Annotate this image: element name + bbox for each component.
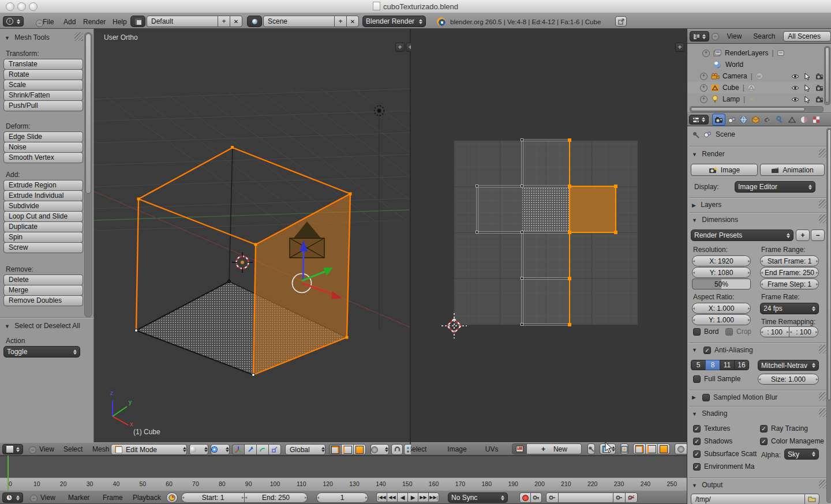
delete-scene-button[interactable]: ✕ — [346, 16, 359, 27]
play-reverse-button[interactable]: ◀ — [397, 492, 408, 502]
aa-filter-select[interactable]: Mitchell-Netrav — [758, 360, 819, 371]
tab-constraints[interactable] — [762, 114, 774, 125]
scene-name-field[interactable]: Scene — [263, 16, 335, 27]
noise-button[interactable]: Noise — [3, 142, 83, 153]
tool-shelf-scrollbar-thumb[interactable] — [85, 33, 91, 194]
menu-file[interactable]: File — [37, 18, 59, 26]
tool-shelf-scrollbar[interactable] — [84, 32, 92, 317]
scale-button[interactable]: Scale — [3, 80, 83, 91]
panel-collapse-icon[interactable]: ▼ — [5, 35, 10, 41]
render-panel-collapse-icon[interactable]: ▼ — [692, 152, 697, 157]
render-animation-button[interactable]: Animation — [760, 164, 825, 176]
delete-keyframe-button[interactable] — [625, 492, 638, 503]
output-path-field[interactable]: /tmp/ — [691, 494, 805, 504]
editor-type-timeline-button[interactable] — [2, 492, 23, 503]
shading-panel-collapse-icon[interactable]: ▼ — [692, 411, 697, 417]
visibility-eye-icon[interactable] — [791, 85, 799, 91]
mode-select[interactable]: Edit Mode — [111, 444, 187, 455]
action-select[interactable]: Toggle — [3, 346, 80, 358]
outliner-vscrollbar[interactable] — [824, 46, 830, 105]
motion-blur-checkbox[interactable]: ✓ — [702, 394, 710, 401]
outliner-menu-view[interactable]: View — [721, 32, 748, 40]
selectability-cursor-icon[interactable] — [804, 84, 810, 92]
tab-modifiers[interactable] — [774, 114, 786, 125]
edge-select-mode-button[interactable] — [341, 444, 354, 455]
remove-preset-button[interactable]: − — [811, 230, 825, 241]
uv-menu-select[interactable]: Select — [411, 445, 432, 453]
screen-layout-name-field[interactable]: Default — [147, 16, 218, 27]
layers-panel-collapse-icon[interactable]: ▶ — [692, 202, 696, 208]
play-button[interactable]: ▶ — [407, 492, 418, 502]
uv-proportional-edit-select[interactable] — [675, 443, 687, 454]
viewport-menu-view[interactable]: View — [33, 445, 60, 453]
editor-type-outliner-button[interactable] — [690, 31, 709, 42]
subdivide-button[interactable]: Subdivide — [3, 201, 83, 212]
tab-texture[interactable] — [810, 114, 822, 125]
outliner-menu-search[interactable]: Search — [747, 32, 781, 40]
add-preset-button[interactable]: + — [796, 230, 810, 241]
end-frame-field[interactable]: ◂End: 250▸ — [244, 492, 308, 503]
uv-vertex-select-button[interactable] — [633, 443, 646, 454]
aa-samples-11-button[interactable]: 11 — [720, 360, 735, 370]
rotate-button[interactable]: Rotate — [3, 69, 83, 80]
color-management-checkbox[interactable]: ✓ — [760, 438, 768, 445]
visibility-eye-icon[interactable] — [791, 97, 799, 102]
motion-blur-collapse-icon[interactable]: ▶ — [692, 394, 696, 400]
selectability-cursor-icon[interactable] — [804, 96, 810, 103]
resolution-x-field[interactable]: ◂X: 1920▸ — [692, 255, 751, 266]
ray-tracing-checkbox[interactable]: ✓ — [760, 425, 768, 432]
aa-samples-8-button[interactable]: 8 — [705, 360, 720, 370]
outliner-row-lamp[interactable]: + Lamp | — [687, 93, 831, 105]
tab-material[interactable] — [798, 114, 810, 125]
end-frame-field-props[interactable]: ◂End Frame: 250▸ — [760, 267, 819, 278]
pivot-point-select[interactable] — [211, 444, 230, 455]
face-select-mode-button[interactable] — [353, 444, 366, 455]
properties-scrollbar-thumb[interactable] — [828, 129, 831, 400]
outliner-row-renderlayers[interactable]: + RenderLayers | — [687, 47, 831, 59]
expand-toolshelf-button[interactable]: + — [395, 43, 405, 52]
menu-help[interactable]: Help — [107, 18, 133, 26]
scene-icon-button[interactable] — [247, 16, 262, 27]
add-scene-button[interactable]: + — [334, 16, 347, 27]
shrink-fatten-button[interactable]: Shrink/Fatten — [3, 90, 83, 101]
edge-slide-button[interactable]: Edge Slide — [3, 131, 83, 142]
outliner-hscrollbar[interactable] — [690, 106, 823, 112]
uv-face-select-button[interactable] — [657, 443, 670, 454]
smooth-vertex-button[interactable]: Smooth Vertex — [3, 152, 83, 163]
translate-button[interactable]: Translate — [3, 59, 83, 70]
timeline-menu-marker[interactable]: Marker — [62, 494, 95, 502]
display-select[interactable]: Image Editor — [735, 181, 815, 193]
border-checkbox[interactable]: ✓ — [693, 328, 701, 336]
aa-size-field[interactable]: ◂Size: 1.000▸ — [758, 374, 819, 385]
current-frame-field[interactable]: ◂1▸ — [316, 492, 368, 503]
remove-doubles-button[interactable]: Remove Doubles — [3, 295, 83, 306]
selectability-cursor-icon[interactable] — [804, 73, 810, 80]
extrude-individual-button[interactable]: Extrude Individual — [3, 190, 83, 201]
collapse-menus-icon[interactable]: − — [712, 33, 719, 40]
keying-set-field[interactable] — [558, 492, 613, 503]
render-presets-select[interactable]: Render Presets — [691, 230, 793, 241]
panel-grip[interactable] — [74, 32, 83, 41]
jump-prev-keyframe-button[interactable]: ◀◀ — [387, 492, 398, 502]
timeline-menu-frame[interactable]: Frame — [97, 494, 129, 502]
uv-sync-selection-button[interactable] — [620, 443, 628, 454]
crop-checkbox[interactable]: ✓ — [725, 328, 733, 336]
uv-image-editor[interactable]: + — [411, 29, 687, 442]
alpha-select[interactable]: Sky — [784, 449, 819, 460]
aa-samples-5-button[interactable]: 5 — [691, 360, 706, 370]
fps-select[interactable]: 24 fps — [760, 303, 819, 314]
jump-next-keyframe-button[interactable]: ▶▶ — [418, 492, 429, 502]
render-image-button[interactable]: Image — [691, 164, 758, 176]
manipulator-toggle-button[interactable] — [232, 444, 245, 455]
uv-menu-uvs[interactable]: UVs — [480, 445, 504, 453]
resolution-y-field[interactable]: ◂Y: 1080▸ — [692, 267, 751, 278]
scale-manipulator-button[interactable] — [268, 444, 281, 455]
browse-image-button[interactable] — [512, 443, 527, 454]
push-pull-button[interactable]: Push/Pull — [3, 100, 83, 111]
start-frame-field-props[interactable]: ◂Start Frame: 1▸ — [760, 255, 819, 266]
output-panel-collapse-icon[interactable]: ▼ — [692, 483, 697, 488]
tab-object-data[interactable] — [786, 114, 798, 125]
aa-enabled-checkbox[interactable]: ✓ — [703, 347, 711, 354]
viewport-3d[interactable]: User Ortho (1) Cube z y x + + — [94, 29, 411, 442]
properties-scrollbar[interactable] — [826, 128, 831, 503]
